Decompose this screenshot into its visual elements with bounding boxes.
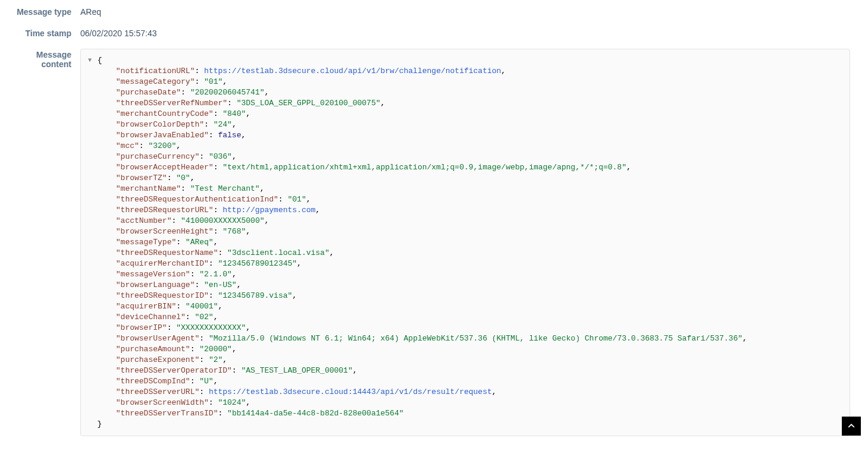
- message-content-label: Message content: [6, 49, 80, 69]
- message-type-label: Message type: [6, 6, 80, 17]
- message-type-value: AReq: [80, 6, 101, 17]
- time-stamp-label: Time stamp: [6, 27, 80, 38]
- chevron-up-icon: [847, 421, 856, 431]
- json-collapse-toggle[interactable]: ▼: [88, 55, 92, 66]
- time-stamp-value: 06/02/2020 15:57:43: [80, 27, 156, 38]
- scroll-to-top-button[interactable]: [842, 417, 861, 436]
- message-type-row: Message type AReq: [6, 6, 856, 17]
- message-content-json-viewer[interactable]: ▼ { "notificationURL": https://testlab.3…: [80, 49, 850, 436]
- message-content-row: Message content ▼ { "notificationURL": h…: [6, 49, 856, 436]
- time-stamp-row: Time stamp 06/02/2020 15:57:43: [6, 27, 856, 38]
